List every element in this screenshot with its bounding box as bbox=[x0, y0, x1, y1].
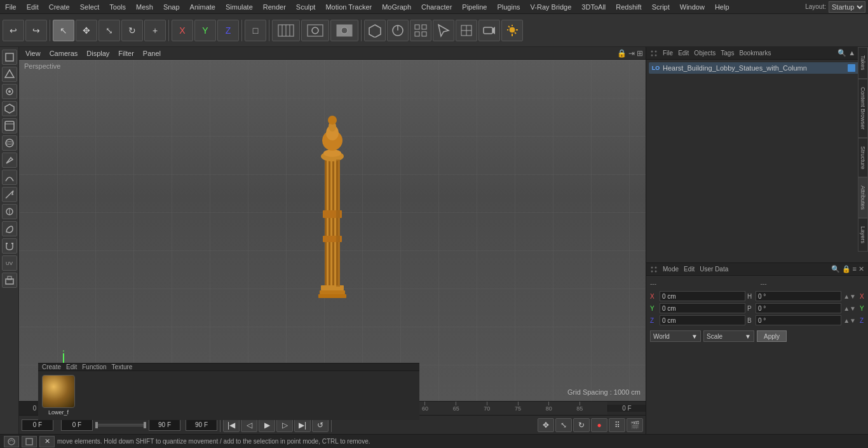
vp-menu-filter[interactable]: Filter bbox=[114, 49, 137, 58]
render-output-button[interactable] bbox=[330, 20, 358, 41]
menu-sculpt[interactable]: Sculpt bbox=[291, 2, 321, 12]
menu-3dtall[interactable]: 3DToAll bbox=[576, 2, 611, 12]
pb-current-frame-input[interactable] bbox=[22, 419, 53, 431]
object-button[interactable]: □ bbox=[245, 20, 266, 41]
pb-end-frame-input2[interactable] bbox=[186, 419, 217, 431]
vp-icon-move[interactable]: ⇥ bbox=[628, 49, 635, 58]
om-search-icon[interactable]: 🔍 bbox=[837, 49, 846, 57]
menu-help[interactable]: Help bbox=[710, 2, 735, 12]
tool-polygon[interactable] bbox=[2, 50, 17, 65]
axis-x-button[interactable]: X bbox=[172, 20, 193, 41]
tab-layers[interactable]: Layers bbox=[858, 218, 868, 252]
paint-button[interactable] bbox=[387, 20, 409, 41]
attr-mode-button[interactable]: Mode bbox=[663, 266, 679, 273]
tool-edge[interactable] bbox=[2, 67, 17, 82]
pb-scale-tool-right[interactable]: ⤡ bbox=[555, 418, 572, 432]
coord-b-input[interactable] bbox=[756, 315, 841, 325]
mat-edit-button[interactable]: Edit bbox=[66, 363, 77, 370]
menu-tools[interactable]: Tools bbox=[104, 2, 131, 12]
pb-range-handle-right[interactable] bbox=[144, 422, 146, 428]
mat-texture-button[interactable]: Texture bbox=[112, 363, 133, 370]
viewport[interactable]: Perspective Grid Spacing : 1000 cm bbox=[19, 60, 646, 401]
cube-view-button[interactable] bbox=[364, 20, 386, 41]
menu-vray[interactable]: V-Ray Bridge bbox=[526, 2, 577, 12]
vp-menu-view[interactable]: View bbox=[22, 49, 44, 58]
om-bookmarks-button[interactable]: Bookmarks bbox=[739, 50, 771, 57]
pb-start-frame-input[interactable] bbox=[61, 419, 93, 431]
menu-render[interactable]: Render bbox=[258, 2, 291, 12]
menu-mograph[interactable]: MoGraph bbox=[377, 2, 416, 12]
attr-userdata-button[interactable]: User Data bbox=[700, 266, 728, 273]
vp-menu-panel[interactable]: Panel bbox=[139, 49, 165, 58]
axis-y-button[interactable]: Y bbox=[194, 20, 216, 41]
om-file-button[interactable]: File bbox=[663, 50, 673, 57]
menu-create[interactable]: Create bbox=[44, 2, 75, 12]
pb-range-handle-left[interactable] bbox=[95, 422, 98, 428]
axis-z-button[interactable]: Z bbox=[217, 20, 239, 41]
layout-dropdown[interactable]: Startup bbox=[829, 1, 865, 13]
scale-dropdown[interactable]: Scale ▼ bbox=[703, 330, 754, 342]
light-button[interactable] bbox=[501, 20, 523, 41]
menu-script[interactable]: Script bbox=[647, 2, 675, 12]
render-view-button[interactable] bbox=[301, 20, 329, 41]
status-left-icon-3[interactable]: ✕ bbox=[39, 436, 55, 447]
transform-tool-button[interactable]: + bbox=[144, 20, 166, 41]
menu-pipeline[interactable]: Pipeline bbox=[457, 2, 492, 12]
tool-brush[interactable] bbox=[2, 153, 17, 168]
tab-attributes[interactable]: Attributes bbox=[858, 177, 868, 218]
coord-y-input[interactable] bbox=[660, 303, 745, 313]
tool-sculpt[interactable] bbox=[2, 170, 17, 185]
select-tool-button[interactable]: ↖ bbox=[53, 20, 74, 41]
pb-move-tool-right[interactable]: ✥ bbox=[538, 418, 554, 432]
menu-edit[interactable]: Edit bbox=[22, 2, 44, 12]
tool-point[interactable] bbox=[2, 84, 17, 99]
menu-select[interactable]: Select bbox=[75, 2, 105, 12]
pb-rotate-tool-right[interactable]: ↻ bbox=[573, 418, 590, 432]
tool-object-mode[interactable] bbox=[2, 101, 17, 116]
tool-pen[interactable] bbox=[2, 221, 17, 236]
om-tags-button[interactable]: Tags bbox=[721, 50, 734, 57]
apply-button[interactable]: Apply bbox=[757, 330, 787, 342]
coord-p-stepper[interactable]: ▲▼ bbox=[843, 305, 856, 312]
attr-menu-icon[interactable]: ≡ bbox=[853, 265, 857, 273]
attr-search-icon[interactable]: 🔍 bbox=[831, 265, 840, 273]
tab-content-browser[interactable]: Content Browser bbox=[858, 79, 868, 138]
object-row-0[interactable]: LO Hearst_Building_Lobby_Statues_with_Co… bbox=[649, 62, 865, 74]
om-up-icon[interactable]: ▲ bbox=[848, 49, 855, 57]
pb-record-button[interactable]: ● bbox=[591, 418, 607, 432]
texture-button[interactable] bbox=[456, 20, 477, 41]
vp-menu-cameras[interactable]: Cameras bbox=[46, 49, 82, 58]
menu-window[interactable]: Window bbox=[675, 2, 710, 12]
pb-film-button[interactable]: 🎬 bbox=[627, 418, 643, 432]
coord-h-input[interactable] bbox=[756, 291, 841, 301]
render-region-button[interactable] bbox=[272, 20, 300, 41]
undo-button[interactable]: ↩ bbox=[3, 20, 24, 41]
select-mode-button[interactable] bbox=[433, 20, 454, 41]
menu-redshift[interactable]: Redshift bbox=[611, 2, 646, 12]
menu-animate[interactable]: Animate bbox=[185, 2, 220, 12]
menu-motion-tracker[interactable]: Motion Tracker bbox=[320, 2, 377, 12]
menu-plugins[interactable]: Plugins bbox=[492, 2, 525, 12]
menu-file[interactable]: File bbox=[0, 2, 22, 12]
attr-lock-icon[interactable]: 🔒 bbox=[842, 265, 851, 273]
coord-h-stepper[interactable]: ▲▼ bbox=[843, 293, 856, 300]
vp-icon-lock[interactable]: 🔒 bbox=[617, 49, 627, 58]
vp-menu-display[interactable]: Display bbox=[83, 49, 113, 58]
status-left-icon-1[interactable] bbox=[4, 436, 19, 447]
menu-mesh[interactable]: Mesh bbox=[131, 2, 158, 12]
pb-end-frame-input[interactable] bbox=[149, 419, 180, 431]
world-dropdown[interactable]: World ▼ bbox=[650, 330, 701, 342]
coord-z-input[interactable] bbox=[660, 315, 745, 325]
material-ball[interactable] bbox=[42, 375, 75, 408]
move-tool-button[interactable]: ✥ bbox=[76, 20, 97, 41]
tool-texture-paint[interactable] bbox=[2, 273, 17, 288]
menu-simulate[interactable]: Simulate bbox=[220, 2, 258, 12]
status-left-icon-2[interactable] bbox=[22, 436, 37, 447]
coord-x-input[interactable] bbox=[660, 291, 745, 301]
tool-uv[interactable]: UV bbox=[2, 255, 17, 271]
tool-model[interactable] bbox=[2, 118, 17, 133]
coord-p-input[interactable] bbox=[756, 303, 841, 313]
om-objects-button[interactable]: Objects bbox=[694, 50, 715, 57]
tool-surface[interactable] bbox=[2, 135, 17, 151]
attr-edit-button[interactable]: Edit bbox=[684, 266, 695, 273]
